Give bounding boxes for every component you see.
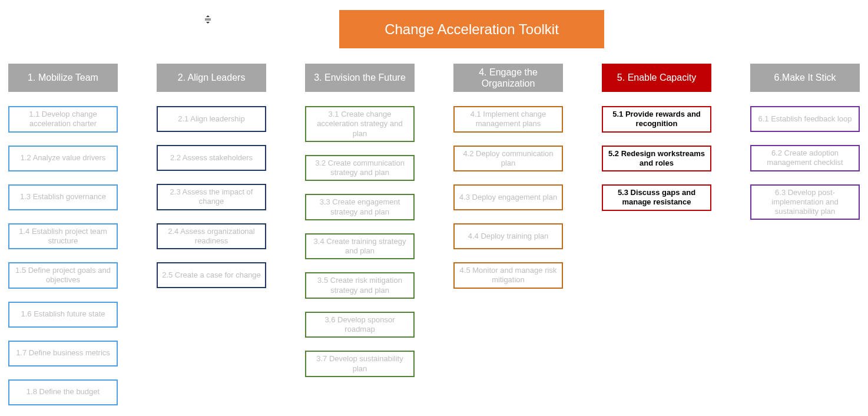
phase-item[interactable]: 3.4 Create training strategy and plan (305, 233, 415, 260)
item-label: 1.3 Establish governance (20, 192, 106, 202)
column-items: 4.1 Implement change management plans 4.… (453, 106, 563, 289)
item-label: 1.5 Define project goals and objectives (13, 266, 113, 285)
column-align-leaders: 2. Align Leaders 2.1 Align leadership 2.… (157, 64, 266, 405)
item-label: 4.2 Deploy communication plan (458, 149, 558, 169)
item-label: 3.5 Create risk mitigation strategy and … (310, 276, 410, 295)
column-enable-capacity: 5. Enable Capacity 5.1 Provide rewards a… (602, 64, 711, 405)
item-label: 5.2 Redesign workstreams and roles (607, 149, 707, 169)
phase-item[interactable]: 5.1 Provide rewards and recognition (602, 106, 711, 133)
item-label: 3.4 Create training strategy and plan (310, 237, 410, 256)
item-label: 5.1 Provide rewards and recognition (607, 110, 707, 129)
phase-item[interactable]: 1.7 Define business metrics (8, 341, 118, 367)
column-header-label: 2. Align Leaders (178, 72, 246, 83)
item-label: 3.1 Create change acceleration strategy … (310, 110, 410, 138)
item-label: 6.2 Create adoption management checklist (755, 148, 855, 168)
item-label: 2.1 Align leadership (178, 114, 244, 124)
column-engage-org: 4. Engage the Organization 4.1 Implement… (453, 64, 563, 405)
phase-item[interactable]: 6.2 Create adoption management checklist (750, 145, 860, 171)
phase-item[interactable]: 3.6 Develop sponsor roadmap (305, 312, 415, 338)
column-header-label: 5. Enable Capacity (617, 72, 696, 83)
phase-item[interactable]: 4.5 Monitor and manage risk mitigation (453, 262, 563, 289)
column-header[interactable]: 6.Make It Stick (750, 64, 860, 92)
phase-item[interactable]: 1.3 Establish governance (8, 184, 118, 210)
phase-item[interactable]: 4.3 Deploy engagement plan (453, 184, 563, 210)
item-label: 5.3 Discuss gaps and manage resistance (607, 188, 707, 207)
phase-item[interactable]: 2.5 Create a case for change (157, 262, 266, 288)
phase-item[interactable]: 4.1 Implement change management plans (453, 106, 563, 133)
item-label: 3.6 Develop sponsor roadmap (310, 315, 410, 335)
column-items: 6.1 Establish feedback loop 6.2 Create a… (750, 106, 860, 220)
column-make-it-stick: 6.Make It Stick 6.1 Establish feedback l… (750, 64, 860, 405)
phase-item[interactable]: 1.4 Establish project team structure (8, 223, 118, 250)
phase-item[interactable]: 3.3 Create engagement strategy and plan (305, 194, 415, 220)
item-label: 1.6 Establish future state (21, 309, 105, 319)
phase-item[interactable]: 6.1 Establish feedback loop (750, 106, 860, 132)
phase-item[interactable]: 2.4 Assess organizational readiness (157, 223, 266, 250)
phase-item[interactable]: 5.3 Discuss gaps and manage resistance (602, 184, 711, 211)
phase-item[interactable]: 3.1 Create change acceleration strategy … (305, 106, 415, 142)
item-label: 2.2 Assess stakeholders (170, 153, 253, 163)
column-items: 3.1 Create change acceleration strategy … (305, 106, 415, 377)
phase-item[interactable]: 3.2 Create communication strategy and pl… (305, 155, 415, 181)
item-label: 1.2 Analyze value drivers (21, 153, 106, 163)
column-header-label: 6.Make It Stick (774, 72, 836, 83)
column-items: 5.1 Provide rewards and recognition 5.2 … (602, 106, 711, 211)
item-label: 1.7 Define business metrics (16, 348, 110, 358)
phase-item[interactable]: 1.1 Develop change acceleration charter (8, 106, 118, 133)
item-label: 1.8 Define the budget (26, 387, 100, 397)
item-label: 4.3 Deploy engagement plan (459, 193, 557, 202)
phase-columns: 1. Mobilize Team 1.1 Develop change acce… (8, 64, 860, 405)
phase-item[interactable]: 1.6 Establish future state (8, 302, 118, 328)
phase-item[interactable]: 2.1 Align leadership (157, 106, 266, 132)
item-label: 2.5 Create a case for change (162, 270, 261, 280)
phase-item[interactable]: 6.3 Develop post-implementation and sust… (750, 184, 860, 220)
item-label: 4.1 Implement change management plans (458, 110, 558, 129)
column-header[interactable]: 3. Envision the Future (305, 64, 415, 92)
phase-item[interactable]: 2.3 Assess the impact of change (157, 184, 266, 210)
column-header-label: 1. Mobilize Team (28, 72, 98, 83)
item-label: 4.4 Deploy training plan (468, 232, 549, 241)
toolkit-title: Change Acceleration Toolkit (339, 10, 604, 48)
phase-item[interactable]: 3.7 Develop sustainability plan (305, 351, 415, 377)
item-label: 2.3 Assess the impact of change (161, 187, 261, 207)
phase-item[interactable]: 4.4 Deploy training plan (453, 223, 563, 249)
phase-item[interactable]: 1.8 Define the budget (8, 379, 118, 405)
resize-icon (204, 15, 212, 24)
item-label: 1.1 Develop change acceleration charter (13, 110, 113, 129)
item-label: 3.2 Create communication strategy and pl… (310, 159, 410, 178)
column-mobilize-team: 1. Mobilize Team 1.1 Develop change acce… (8, 64, 118, 405)
item-label: 2.4 Assess organizational readiness (161, 227, 261, 246)
phase-item[interactable]: 1.2 Analyze value drivers (8, 146, 118, 171)
item-label: 6.3 Develop post-implementation and sust… (755, 188, 855, 217)
item-label: 3.3 Create engagement strategy and plan (310, 197, 410, 217)
column-envision-future: 3. Envision the Future 3.1 Create change… (305, 64, 415, 405)
phase-item[interactable]: 4.2 Deploy communication plan (453, 146, 563, 172)
column-header[interactable]: 2. Align Leaders (157, 64, 266, 92)
phase-item[interactable]: 1.5 Define project goals and objectives (8, 262, 118, 289)
column-header[interactable]: 1. Mobilize Team (8, 64, 118, 92)
item-label: 6.1 Establish feedback loop (758, 114, 852, 124)
column-items: 1.1 Develop change acceleration charter … (8, 106, 118, 405)
phase-item[interactable]: 5.2 Redesign workstreams and roles (602, 146, 711, 172)
column-header[interactable]: 4. Engage the Organization (453, 64, 563, 92)
phase-item[interactable]: 2.2 Assess stakeholders (157, 145, 266, 171)
column-header-label: 3. Envision the Future (314, 72, 406, 83)
row-resize-handle[interactable] (204, 15, 212, 25)
column-header-label: 4. Engage the Organization (457, 67, 559, 89)
item-label: 4.5 Monitor and manage risk mitigation (458, 266, 558, 285)
column-header[interactable]: 5. Enable Capacity (602, 64, 711, 92)
column-items: 2.1 Align leadership 2.2 Assess stakehol… (157, 106, 266, 288)
toolkit-title-text: Change Acceleration Toolkit (385, 21, 559, 38)
item-label: 3.7 Develop sustainability plan (310, 354, 410, 374)
phase-item[interactable]: 3.5 Create risk mitigation strategy and … (305, 272, 415, 299)
item-label: 1.4 Establish project team structure (13, 227, 113, 246)
